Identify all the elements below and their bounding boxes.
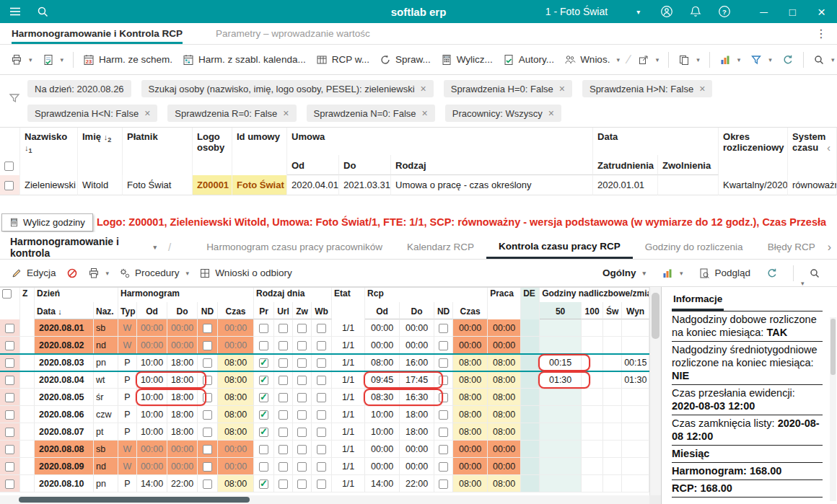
h_nd-checkbox[interactable] <box>203 428 212 437</box>
cell-praca[interactable]: 00:00 <box>488 337 521 354</box>
cell-c50[interactable] <box>540 475 582 492</box>
cell-typ[interactable]: P <box>118 406 137 423</box>
cell-h_nd[interactable] <box>198 389 218 406</box>
cell-system-czasu[interactable]: równoważny <box>788 175 837 195</box>
cell-h_nd[interactable] <box>198 319 218 337</box>
select-all-header[interactable] <box>0 288 20 319</box>
cell-imie[interactable]: Witold <box>78 175 123 195</box>
cell-date[interactable]: 2020.08.06 <box>35 406 94 423</box>
cell-h_czas[interactable]: 00:00 <box>218 337 254 354</box>
col-header-zw[interactable]: Zw <box>293 302 312 319</box>
cell-url[interactable] <box>274 458 293 475</box>
view-selector-ogolny[interactable]: Ogólny ▾ <box>597 264 651 282</box>
cell-typ[interactable]: W <box>118 441 137 458</box>
cell-day[interactable]: śr <box>94 389 118 406</box>
cell-pr[interactable] <box>254 475 274 492</box>
cell-date[interactable]: 2020.08.03 <box>35 354 94 371</box>
cell-day[interactable]: nd <box>94 458 118 475</box>
cell-url[interactable] <box>274 354 293 371</box>
col-header-zatrudnienia[interactable]: Zatrudnienia <box>593 155 658 175</box>
cell-etat[interactable]: 1/1 <box>332 319 365 337</box>
company-selector[interactable]: 1 - Foto Świat ▾ <box>545 6 640 17</box>
group-header-rcp[interactable]: Rcp <box>365 288 488 302</box>
cell-z[interactable] <box>20 389 35 406</box>
cell-day[interactable]: wt <box>94 371 118 389</box>
cell-r_czas[interactable]: 08:00 <box>453 371 488 389</box>
cell-date[interactable]: 2020.08.07 <box>35 423 94 441</box>
cell-sel[interactable] <box>0 441 20 458</box>
r_nd-checkbox[interactable] <box>439 445 448 454</box>
cell-date[interactable]: 2020.08.10 <box>35 475 94 492</box>
cell-etat[interactable]: 1/1 <box>332 354 365 371</box>
pr-checkbox[interactable] <box>259 410 268 420</box>
col-header-do[interactable]: Do <box>167 302 198 319</box>
tabs-scroll-right-icon[interactable]: › <box>828 241 831 254</box>
cell-pr[interactable] <box>254 423 274 441</box>
h_nd-checkbox[interactable] <box>203 479 212 489</box>
cell-sel[interactable] <box>0 406 20 423</box>
cell-r_do[interactable]: 22:00 <box>400 475 434 492</box>
chip-close-icon[interactable]: × <box>699 84 705 94</box>
cell-z[interactable] <box>20 475 35 492</box>
cell-r_nd[interactable] <box>434 423 453 441</box>
col-header-sw[interactable]: Św <box>603 302 622 319</box>
cell-r_czas[interactable]: 00:00 <box>453 458 488 475</box>
cell-typ[interactable]: P <box>118 423 137 441</box>
cell-wyn[interactable]: 00:15 <box>622 354 649 371</box>
scrollbar-thumb[interactable] <box>831 319 836 375</box>
cell-zw[interactable] <box>293 441 312 458</box>
filter-chip-sprawdzenia-hgtn[interactable]: Sprawdzenia H>N: False× <box>582 80 712 97</box>
row-select-checkbox[interactable] <box>5 428 14 437</box>
pr-checkbox[interactable] <box>259 445 268 454</box>
cell-h_do[interactable]: 18:00 <box>167 354 198 371</box>
cell-wyn[interactable] <box>622 389 649 406</box>
row-select-checkbox[interactable] <box>5 479 14 489</box>
close-button[interactable]: × <box>815 5 828 19</box>
col-header-od[interactable]: Od <box>137 302 167 319</box>
cell-typ[interactable]: P <box>118 354 137 371</box>
cell-h_do[interactable]: 00:00 <box>167 337 198 354</box>
tab-kalendarz-rcp[interactable]: Kalendarz RCP <box>395 235 486 259</box>
cell-r_czas[interactable]: 08:00 <box>453 389 488 406</box>
help-icon[interactable]: ? <box>718 5 731 18</box>
filter-chip-sprawdzenia-hltn[interactable]: Sprawdzenia H<N: False× <box>27 105 157 122</box>
cell-r_do[interactable]: 16:00 <box>400 354 434 371</box>
cell-z[interactable] <box>20 441 35 458</box>
cell-etat[interactable]: 1/1 <box>332 475 365 492</box>
cell-r_nd[interactable] <box>434 371 453 389</box>
col-header-rcp-od[interactable]: Od <box>365 302 400 319</box>
cell-url[interactable] <box>274 441 293 458</box>
pr-checkbox[interactable] <box>259 393 268 402</box>
cell-c50[interactable] <box>540 458 582 475</box>
col-header-typ[interactable]: Typ <box>118 302 137 319</box>
refresh-button[interactable] <box>777 50 799 69</box>
chip-close-icon[interactable]: × <box>422 108 428 118</box>
cell-r_do[interactable]: 17:45 <box>400 371 434 389</box>
cell-typ[interactable]: W <box>118 337 137 354</box>
cell-wyn[interactable] <box>622 406 649 423</box>
col-header-rcp-czas[interactable]: Czas <box>453 302 488 319</box>
cell-h_nd[interactable] <box>198 371 218 389</box>
col-header-praca[interactable]: Praca <box>488 288 521 319</box>
h_nd-checkbox[interactable] <box>203 410 212 420</box>
cell-r_od[interactable]: 09:45 <box>365 371 400 389</box>
col-header-rcp-nd[interactable]: ND <box>434 302 453 319</box>
cell-sw[interactable] <box>603 337 622 354</box>
cell-h_do[interactable]: 00:00 <box>167 458 198 475</box>
url-checkbox[interactable] <box>279 324 288 333</box>
cell-r_nd[interactable] <box>434 475 453 492</box>
url-checkbox[interactable] <box>279 462 288 472</box>
rcp-row-2020.08.04[interactable]: 2020.08.04wtP10:0018:0008:001/109:4517:4… <box>0 371 649 389</box>
r_nd-checkbox[interactable] <box>439 410 448 420</box>
print-grid-button[interactable]: ▾ <box>83 264 115 283</box>
cell-h_od[interactable]: 00:00 <box>137 441 167 458</box>
cell-r_nd[interactable] <box>434 406 453 423</box>
cell-h_od[interactable]: 10:00 <box>137 354 167 371</box>
cell-url[interactable] <box>274 371 293 389</box>
cell-zwolnienia[interactable] <box>658 175 719 195</box>
cell-day[interactable]: nd <box>94 337 118 354</box>
cell-praca[interactable]: 00:00 <box>488 458 521 475</box>
row-select-checkbox[interactable] <box>5 358 14 368</box>
column-scroll-left-icon[interactable]: ‹ <box>827 141 831 154</box>
cell-r_do[interactable]: 16:30 <box>400 389 434 406</box>
